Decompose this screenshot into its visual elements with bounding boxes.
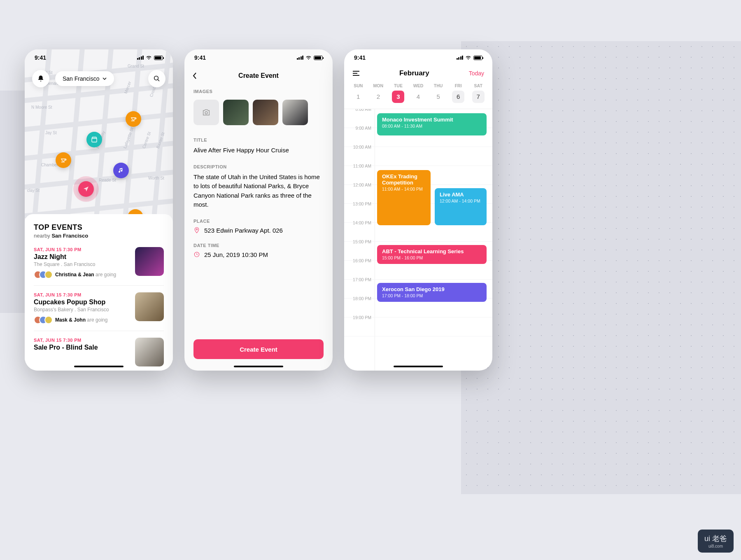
event-title: Jazz Night <box>34 253 129 261</box>
battery-icon <box>314 56 323 60</box>
status-bar: 9:41 <box>344 49 492 66</box>
home-indicator[interactable] <box>74 366 124 367</box>
event-date: SAT, JUN 15 7:30 PM <box>34 292 129 297</box>
event-card[interactable]: SAT, JUN 15 7:30 PMSale Pro - Blind Sale <box>34 331 164 371</box>
place-label: PLACE <box>193 219 324 224</box>
timeline[interactable]: 8:00 AM9:00 AM10:00 AM11:00 AM12:00 AM13… <box>344 109 492 371</box>
event-card[interactable]: SAT, JUN 15 7:30 PMJazz NightThe Square … <box>34 239 164 285</box>
map-pin-location[interactable] <box>78 181 94 197</box>
svg-point-18 <box>196 229 197 230</box>
calendar-event[interactable]: Monaco Investment Summit08:00 AM - 11:30… <box>377 113 487 135</box>
search-button[interactable] <box>148 70 165 87</box>
screen-create-event: 9:41 Create Event IMAGES TITLE Alive Aft… <box>184 49 333 371</box>
hour-label: 15:00 PM <box>347 239 371 244</box>
datetime-label: DATE TIME <box>193 243 324 248</box>
sheet-subtitle: nearby San Francisco <box>34 233 164 239</box>
map-pin-shop[interactable] <box>86 132 102 147</box>
day-column[interactable]: MON2 <box>368 83 389 103</box>
status-time: 9:41 <box>194 54 206 61</box>
hour-label: 19:00 PM <box>347 315 371 320</box>
svg-text:Reade St: Reade St <box>99 178 116 182</box>
battery-icon <box>473 56 482 60</box>
screen-map-events: Laight St Lispenard St Grand St Mercer C… <box>25 49 173 371</box>
svg-text:N Moore St: N Moore St <box>31 105 52 110</box>
calendar-event[interactable]: ABT - Technical Learning Series15:00 PM … <box>377 245 487 264</box>
today-button[interactable]: Today <box>469 70 484 77</box>
wifi-icon <box>305 56 312 60</box>
create-event-button[interactable]: Create Event <box>193 339 324 359</box>
svg-rect-16 <box>92 138 97 142</box>
place-input[interactable]: 523 Edwin Parkway Apt. 026 <box>193 227 324 234</box>
add-image-button[interactable] <box>193 100 219 125</box>
svg-text:clay St: clay St <box>27 188 40 193</box>
calendar-event[interactable]: OKEx Trading Competition11:00 AM - 14:00… <box>377 170 431 225</box>
event-date: SAT, JUN 15 7:30 PM <box>34 247 129 252</box>
day-column[interactable]: FRI6 <box>448 83 468 103</box>
search-icon <box>153 75 161 82</box>
title-label: TITLE <box>193 138 324 142</box>
notifications-button[interactable] <box>32 70 49 87</box>
svg-text:Jay St: Jay St <box>45 131 57 135</box>
signal-icon <box>137 56 144 60</box>
event-title: Cupcakes Popup Shop <box>34 299 129 306</box>
event-thumbnail <box>135 338 164 366</box>
chevron-down-icon <box>103 77 107 80</box>
home-indicator[interactable] <box>234 366 283 367</box>
day-column[interactable]: TUE3 <box>388 83 408 103</box>
event-card[interactable]: SAT, JUN 15 7:30 PMCupcakes Popup ShopBo… <box>34 285 164 331</box>
image-thumbnail[interactable] <box>223 100 249 125</box>
hour-label: 12:00 AM <box>347 182 371 187</box>
images-label: IMAGES <box>193 89 324 94</box>
hour-label: 18:00 PM <box>347 296 371 301</box>
hour-label: 11:00 AM <box>347 163 371 168</box>
month-title: February <box>399 69 429 77</box>
location-label: San Francisco <box>63 75 99 82</box>
events-sheet[interactable]: TOP EVENTS nearby San Francisco SAT, JUN… <box>25 214 173 371</box>
title-input[interactable]: Alive After Five Happy Hour Cruise <box>193 146 324 155</box>
hour-label: 9:00 AM <box>347 126 371 131</box>
hour-label: 10:00 AM <box>347 145 371 149</box>
svg-point-15 <box>154 76 158 80</box>
datetime-input[interactable]: 25 Jun, 2019 10:30 PM <box>193 251 324 258</box>
wifi-icon <box>146 56 152 60</box>
event-location: The Square . San Francisco <box>34 261 129 267</box>
location-selector[interactable]: San Francisco <box>55 71 114 86</box>
status-time: 9:41 <box>35 54 46 61</box>
status-bar: 9:41 <box>184 49 333 66</box>
hour-label: 8:00 AM <box>347 109 371 112</box>
clock-icon <box>193 251 200 258</box>
watermark: ui 老爸 ui8.com <box>698 530 734 553</box>
signal-icon <box>297 56 304 60</box>
svg-text:Worth St: Worth St <box>148 176 164 180</box>
map-pin-coffee[interactable] <box>56 152 71 168</box>
signal-icon <box>457 56 464 60</box>
page-title: Create Event <box>184 72 333 79</box>
map-pin-music[interactable] <box>113 163 129 178</box>
battery-icon <box>154 56 163 60</box>
event-location: Bonpass's Bakery . San Francisco <box>34 307 129 313</box>
calendar-event[interactable]: Xerocon San Diego 201917:00 PM - 18:00 P… <box>377 283 487 302</box>
hour-label: 17:00 PM <box>347 277 371 282</box>
screen-calendar: 9:41 February Today SUN1MON2TUE3WED4THU5… <box>344 49 492 371</box>
camera-icon <box>202 108 211 117</box>
description-input[interactable]: The state of Utah in the United States i… <box>193 173 324 210</box>
image-thumbnail[interactable] <box>253 100 278 125</box>
description-label: DESCRIPTION <box>193 164 324 169</box>
svg-point-17 <box>205 112 207 114</box>
hour-label: 13:00 PM <box>347 201 371 206</box>
location-pin-icon <box>193 227 200 233</box>
home-indicator[interactable] <box>394 366 443 367</box>
image-thumbnail[interactable] <box>282 100 308 125</box>
day-column[interactable]: SAT7 <box>468 83 488 103</box>
bell-icon <box>37 75 44 82</box>
menu-button[interactable] <box>352 70 360 76</box>
event-date: SAT, JUN 15 7:30 PM <box>34 338 129 343</box>
day-column[interactable]: THU5 <box>428 83 448 103</box>
day-column[interactable]: WED4 <box>408 83 429 103</box>
status-bar: 9:41 <box>25 49 173 66</box>
wifi-icon <box>465 56 471 60</box>
day-column[interactable]: SUN1 <box>348 83 368 103</box>
calendar-event[interactable]: Live AMA12:00 AM - 14:00 PM <box>435 188 487 225</box>
map-pin-coffee[interactable] <box>126 111 141 127</box>
event-thumbnail <box>135 292 164 321</box>
